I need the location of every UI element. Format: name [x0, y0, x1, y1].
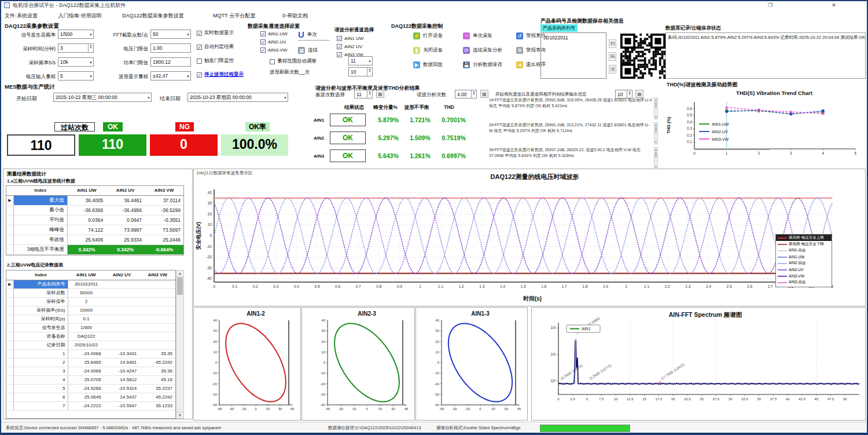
- end-date-field[interactable]: 2025-10-23 星期四 00:00:00▼: [187, 93, 288, 102]
- continuous-acq-button[interactable]: ▦ 连续: [298, 45, 330, 56]
- refresh-spinner[interactable]: 10▲▼: [348, 67, 373, 76]
- daq-field-select[interactable]: 1/500▼: [58, 30, 94, 39]
- stop-waveform-checkbox[interactable]: ✓停止波形过程显示: [197, 71, 244, 78]
- control-button-palette[interactable]: ◔单次采集: [463, 32, 492, 39]
- checkbox-1[interactable]: ✓自动判定结果: [197, 43, 234, 50]
- records-table-scrollbar[interactable]: ▲ ▼: [176, 270, 184, 419]
- control-button-label: 关闭设备: [423, 47, 443, 54]
- svg-text:1.1: 1.1: [438, 284, 443, 288]
- checkbox-0[interactable]: ✓AIN1 UW: [337, 35, 363, 42]
- menu-item[interactable]: MQTT·云平台配置: [213, 12, 256, 20]
- harm-icon-button[interactable]: ▦: [480, 90, 488, 98]
- barcode-side-button[interactable]: 清: [609, 65, 616, 74]
- svg-text:2.3: 2.3: [685, 284, 690, 288]
- barcode-side-button[interactable]: 扫: [609, 39, 616, 48]
- svg-text:45: 45: [814, 397, 818, 401]
- fund-icon-button[interactable]: ▦: [376, 90, 384, 98]
- save-icon: 💾: [463, 61, 470, 68]
- svg-text:0: 0: [557, 397, 560, 401]
- daq-field-select[interactable]: 50▼: [150, 30, 191, 39]
- svg-text:1.9: 1.9: [603, 284, 608, 288]
- barcode-side-button[interactable]: 码: [609, 52, 616, 61]
- daq-field-label: 采样时间(分钟): [5, 46, 56, 53]
- svg-text:15: 15: [266, 407, 270, 411]
- checkbox-2[interactable]: 触发门限监控: [197, 57, 234, 64]
- status-right: 频谱分析模式:Double Sided Spectrum/dBgs: [436, 425, 520, 431]
- menu-item[interactable]: DAQ122数据采集参数设置: [122, 12, 184, 20]
- serial-listbox[interactable]: JD1022011: [540, 32, 606, 79]
- svg-text:45: 45: [404, 407, 409, 411]
- checkbox-1[interactable]: ✓AIN2 UV: [337, 43, 362, 50]
- control-button-plug[interactable]: ⚡打开设备: [413, 32, 443, 39]
- svg-text:0.2: 0.2: [253, 284, 258, 288]
- auto-range-checkbox[interactable]: 量程范围自动调整: [270, 58, 317, 65]
- svg-text:25: 25: [700, 397, 704, 401]
- status-mid: 数据保存路径:D:\DAQ122\2025\10\22\20040413: [328, 425, 421, 431]
- checkbox-2[interactable]: ✓AIN3 VW: [337, 51, 363, 58]
- menu-item[interactable]: 文件·系统设置: [5, 12, 38, 20]
- svg-text:-30: -30: [338, 407, 343, 411]
- log-scrollbar[interactable]: ▲▼: [654, 97, 658, 119]
- svg-text:-45: -45: [439, 407, 444, 411]
- svg-text:-20: -20: [207, 255, 212, 259]
- menu-item[interactable]: 入门指南·使用说明: [58, 12, 101, 20]
- control-button-label: 分析数据保存: [473, 61, 502, 68]
- analysis-log-2[interactable]: 3#:FFT谐波总失真度计算完成, 25937.2dB, 26029.22, 谐…: [489, 147, 653, 169]
- seq-icon-button[interactable]: ▦: [635, 90, 643, 98]
- table1-subtitle: 1.±三相UVW线电压波形统计数据: [7, 178, 75, 184]
- daq-field-select[interactable]: 10k▼: [58, 57, 94, 67]
- daq-field-input[interactable]: 1900.12: [150, 57, 191, 67]
- svg-text:1.2: 1.2: [459, 284, 464, 288]
- legend-entry: AIN1-UW: [776, 254, 832, 260]
- daq-field-label: 信号发生器频率: [5, 32, 56, 39]
- checkbox-1[interactable]: ✓AIN2-UV: [260, 38, 286, 45]
- single-acq-button[interactable]: U 单次: [298, 29, 330, 41]
- analysis-log-0[interactable]: 1#:FFT谐波总失真度计算完成, 25991.5dB, 315.05%, 26…: [489, 97, 653, 119]
- control-button-battery[interactable]: ▮关闭设备: [413, 47, 443, 54]
- control-button-label: 连续采集分析: [473, 47, 502, 54]
- harm-spinner[interactable]: 4.00▲▼: [455, 90, 477, 98]
- svg-text:-30: -30: [452, 407, 457, 411]
- fund-spinner[interactable]: 11▲▼: [354, 90, 373, 98]
- svg-text:-30: -30: [207, 266, 212, 270]
- start-date-field[interactable]: 2025-10-22 星期三 00:00:00▼: [53, 93, 152, 102]
- chart-icon: ▦: [298, 47, 305, 54]
- svg-text:1.6: 1.6: [541, 284, 546, 288]
- svg-text:-10: -10: [207, 244, 212, 248]
- daq-field-select[interactable]: 5▼: [58, 71, 94, 81]
- db-status-box[interactable]: 条码:JD1022011 AIN1:5.879% AIN2:5.297% AIN…: [665, 32, 866, 79]
- log-scrollbar[interactable]: ▲▼: [654, 122, 658, 144]
- daq-field-input[interactable]: 1.00: [150, 43, 191, 53]
- control-button-loop[interactable]: ⟳连续采集分析: [463, 47, 502, 54]
- svg-text:0.6: 0.6: [687, 107, 692, 111]
- control-button-replay[interactable]: ▶数据回放: [413, 61, 443, 68]
- analysis-log-1[interactable]: 2#:FFT谐波总失真度计算完成, 25991.2dB, 313.21%, 27…: [489, 122, 653, 144]
- svg-text:0.3: 0.3: [273, 284, 278, 288]
- legend-entry: AIN2-拟合: [776, 260, 832, 266]
- svg-text:0: 0: [479, 407, 481, 411]
- battery-icon: ▮: [413, 47, 420, 54]
- close-button[interactable]: ✕: [829, 1, 839, 9]
- svg-text:10: 10: [213, 350, 217, 354]
- harm-header: 波形不平衡: [400, 104, 433, 111]
- svg-text:AIN1-2: AIN1-2: [247, 310, 265, 317]
- log-scrollbar[interactable]: ▲▼: [654, 147, 658, 169]
- svg-text:20: 20: [321, 340, 325, 343]
- checkbox-0[interactable]: ✓实时数据显示: [197, 30, 234, 36]
- checkbox-2[interactable]: ✓AIN3-VW: [260, 46, 287, 53]
- svg-text:-30: -30: [320, 393, 325, 396]
- harm-status: OK: [330, 114, 366, 126]
- menu-item[interactable]: 0-帮助文档: [282, 12, 308, 20]
- control-button-save[interactable]: 💾分析数据保存: [463, 61, 502, 68]
- control-button-label: 数据回放: [423, 61, 443, 68]
- daq-field-select[interactable]: ±42.47▼: [150, 71, 191, 81]
- svg-text:50: 50: [843, 397, 847, 401]
- lissajous-panel-2: AIN2-3-40-30-20-10010203040-45-30-150153…: [301, 307, 415, 421]
- checkbox-0[interactable]: ✓AIN1-UW: [260, 30, 288, 37]
- fund-label: 基波次数选择: [315, 92, 345, 98]
- daq-field-spin[interactable]: 3▲▼: [58, 43, 94, 53]
- thd-trend-chart: THD(S) Vibration Trend ChartTHD (%)0.10.…: [664, 88, 867, 169]
- serial-item[interactable]: JD1022011: [541, 33, 606, 42]
- restore-button[interactable]: ❐: [765, 1, 775, 9]
- harm-distortion: 5.643%: [373, 152, 404, 159]
